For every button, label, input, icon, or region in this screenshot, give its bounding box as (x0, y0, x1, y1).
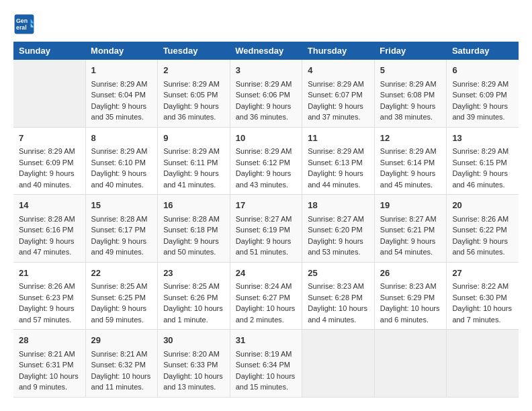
day-info: Daylight: 10 hours (91, 371, 152, 382)
day-number: 18 (308, 199, 369, 212)
day-info: Sunset: 6:15 PM (452, 157, 513, 169)
day-number: 3 (236, 64, 297, 77)
calendar-cell: 30Sunrise: 8:20 AMSunset: 6:33 PMDayligh… (158, 330, 230, 398)
day-info: Daylight: 9 hours (163, 168, 224, 179)
calendar-cell: 22Sunrise: 8:25 AMSunset: 6:25 PMDayligh… (85, 262, 158, 330)
calendar-cell: 18Sunrise: 8:27 AMSunset: 6:20 PMDayligh… (302, 195, 375, 263)
day-info: Daylight: 9 hours (380, 236, 441, 247)
day-info: Daylight: 9 hours (308, 236, 369, 247)
calendar-header: SundayMondayTuesdayWednesdayThursdayFrid… (13, 42, 519, 60)
day-info: and 53 minutes. (308, 246, 369, 258)
day-info: Daylight: 9 hours (163, 236, 224, 247)
calendar-cell: 1Sunrise: 8:29 AMSunset: 6:04 PMDaylight… (85, 60, 158, 127)
day-header-monday: Monday (85, 42, 158, 60)
day-number: 30 (163, 334, 224, 347)
day-header-tuesday: Tuesday (158, 42, 230, 60)
day-number: 15 (91, 199, 152, 212)
day-number: 14 (19, 199, 80, 212)
day-number: 16 (163, 199, 224, 212)
day-info: Sunset: 6:29 PM (380, 292, 441, 304)
week-row-3: 14Sunrise: 8:28 AMSunset: 6:16 PMDayligh… (13, 195, 519, 263)
calendar-cell: 29Sunrise: 8:21 AMSunset: 6:32 PMDayligh… (85, 330, 158, 398)
day-info: and 54 minutes. (380, 246, 441, 258)
day-info: Sunrise: 8:28 AM (163, 214, 224, 225)
calendar-cell: 25Sunrise: 8:23 AMSunset: 6:28 PMDayligh… (302, 262, 375, 330)
calendar-cell (374, 330, 447, 398)
day-info: and 47 minutes. (19, 246, 80, 258)
day-info: Daylight: 9 hours (308, 168, 369, 179)
day-number: 10 (236, 132, 297, 145)
calendar-cell (302, 330, 375, 398)
day-info: Sunrise: 8:27 AM (308, 214, 369, 225)
day-number: 2 (163, 64, 224, 77)
calendar-cell: 14Sunrise: 8:28 AMSunset: 6:16 PMDayligh… (13, 195, 85, 263)
day-info: Daylight: 9 hours (380, 168, 441, 179)
day-number: 21 (19, 267, 80, 280)
day-info: Sunset: 6:09 PM (19, 157, 80, 169)
svg-text:Gen: Gen (16, 17, 28, 24)
day-info: and 45 minutes. (380, 179, 441, 191)
day-info: and 11 minutes. (91, 381, 152, 393)
day-info: Sunset: 6:08 PM (380, 89, 441, 101)
day-info: Daylight: 10 hours (308, 303, 369, 314)
day-info: Sunset: 6:13 PM (308, 157, 369, 169)
day-info: and 15 minutes. (236, 381, 297, 393)
day-info: Sunset: 6:12 PM (236, 157, 297, 169)
day-header-friday: Friday (374, 42, 447, 60)
day-number: 20 (452, 199, 513, 212)
day-info: Sunrise: 8:29 AM (308, 79, 369, 90)
day-info: and 13 minutes. (163, 381, 224, 393)
day-info: Sunrise: 8:29 AM (452, 79, 513, 90)
day-number: 19 (380, 199, 441, 212)
day-info: Daylight: 9 hours (452, 101, 513, 112)
day-info: Sunset: 6:30 PM (452, 292, 513, 304)
day-info: Sunrise: 8:26 AM (19, 281, 80, 292)
svg-text:eral: eral (16, 24, 27, 31)
day-info: Sunset: 6:33 PM (163, 359, 224, 371)
day-info: Daylight: 9 hours (19, 236, 80, 247)
day-info: Sunrise: 8:29 AM (91, 146, 152, 157)
day-info: Daylight: 10 hours (19, 371, 80, 382)
day-info: Sunrise: 8:29 AM (19, 146, 80, 157)
day-info: Daylight: 9 hours (452, 236, 513, 247)
calendar-cell: 16Sunrise: 8:28 AMSunset: 6:18 PMDayligh… (158, 195, 230, 263)
calendar-cell: 27Sunrise: 8:22 AMSunset: 6:30 PMDayligh… (447, 262, 519, 330)
day-info: and 46 minutes. (452, 179, 513, 191)
day-info: Sunset: 6:07 PM (308, 89, 369, 101)
day-info: Daylight: 9 hours (91, 101, 152, 112)
day-info: Daylight: 10 hours (452, 303, 513, 314)
day-header-wednesday: Wednesday (230, 42, 302, 60)
day-info: and 49 minutes. (91, 246, 152, 258)
day-number: 22 (91, 267, 152, 280)
calendar-cell: 3Sunrise: 8:29 AMSunset: 6:06 PMDaylight… (230, 60, 302, 127)
day-number: 8 (91, 132, 152, 145)
calendar-cell: 31Sunrise: 8:19 AMSunset: 6:34 PMDayligh… (230, 330, 302, 398)
day-info: Daylight: 10 hours (380, 303, 441, 314)
day-info: Sunset: 6:05 PM (163, 89, 224, 101)
day-number: 24 (236, 267, 297, 280)
calendar-cell: 7Sunrise: 8:29 AMSunset: 6:09 PMDaylight… (13, 127, 85, 195)
day-info: Daylight: 9 hours (452, 168, 513, 179)
day-info: Sunset: 6:26 PM (163, 292, 224, 304)
calendar-cell: 12Sunrise: 8:29 AMSunset: 6:14 PMDayligh… (374, 127, 447, 195)
calendar-cell: 13Sunrise: 8:29 AMSunset: 6:15 PMDayligh… (447, 127, 519, 195)
day-info: Sunrise: 8:23 AM (308, 281, 369, 292)
day-info: Daylight: 9 hours (163, 101, 224, 112)
day-info: Sunrise: 8:28 AM (91, 214, 152, 225)
day-info: and 40 minutes. (91, 179, 152, 191)
day-info: Sunrise: 8:21 AM (19, 349, 80, 360)
calendar-cell: 19Sunrise: 8:27 AMSunset: 6:21 PMDayligh… (374, 195, 447, 263)
calendar-cell: 2Sunrise: 8:29 AMSunset: 6:05 PMDaylight… (158, 60, 230, 127)
day-info: Sunset: 6:19 PM (236, 224, 297, 236)
day-info: Daylight: 9 hours (91, 236, 152, 247)
day-info: and 36 minutes. (236, 111, 297, 123)
day-info: Daylight: 9 hours (236, 101, 297, 112)
day-info: and 2 minutes. (236, 314, 297, 326)
day-info: Sunset: 6:09 PM (452, 89, 513, 101)
day-info: Sunrise: 8:25 AM (163, 281, 224, 292)
calendar-cell (13, 60, 85, 127)
day-info: Sunset: 6:17 PM (91, 224, 152, 236)
calendar-cell: 8Sunrise: 8:29 AMSunset: 6:10 PMDaylight… (85, 127, 158, 195)
day-header-thursday: Thursday (302, 42, 375, 60)
day-info: and 43 minutes. (236, 179, 297, 191)
